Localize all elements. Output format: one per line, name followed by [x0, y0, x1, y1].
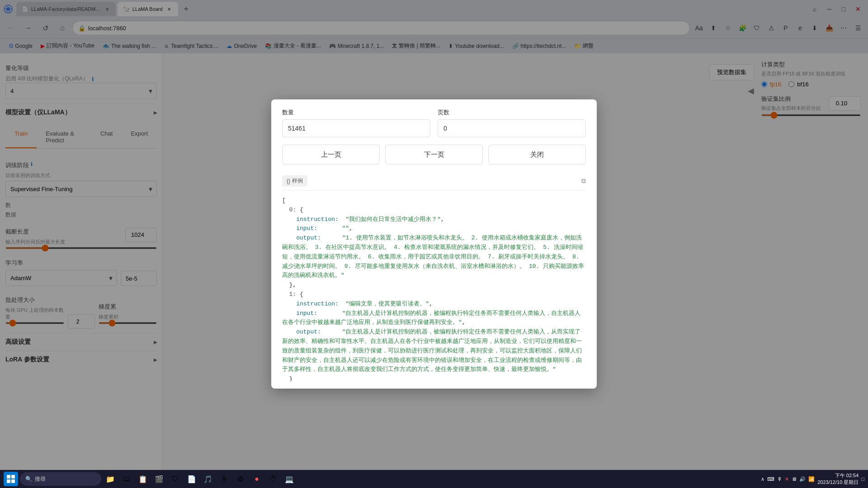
- taskbar-mouse-app[interactable]: 🖱: [217, 472, 231, 486]
- taskbar-search-label: 搜尋: [35, 475, 46, 483]
- taskbar-clock[interactable]: 下午 02:54 2023/12/10 星期日: [817, 472, 859, 486]
- modal-content: {} 样例 ⧉ [ 0: { instruction: "我们如何在日常生活中减…: [271, 172, 597, 389]
- page-input[interactable]: 0: [438, 119, 586, 137]
- taskbar-terminal-app[interactable]: 💻: [282, 472, 297, 486]
- taskbar-system-tray: ∧ ⌨ 🎙 ✕ 🖥 🔊 📶 下午 02:54 2023/12/10 星期日 □: [761, 472, 864, 486]
- quantity-input[interactable]: 51461: [282, 119, 430, 137]
- page-field: 页数 0: [438, 108, 586, 137]
- tray-mic-icon: 🎙: [777, 476, 782, 482]
- tray-volume-icon: 🔊: [799, 476, 806, 482]
- taskbar-time-display: 下午 02:54: [817, 472, 859, 479]
- tray-up-arrow[interactable]: ∧: [761, 476, 764, 482]
- page-label: 页数: [438, 108, 586, 117]
- code-tab-label: 样例: [292, 177, 303, 185]
- taskbar-search[interactable]: 🔍 搜尋: [20, 472, 101, 486]
- modal-overlay: 数量 51461 页数 0 上一页 下一页 关闭 {} 样例 ⧉: [0, 0, 868, 488]
- taskbar-settings-app[interactable]: ⚙: [233, 472, 248, 486]
- close-modal-button[interactable]: 关闭: [488, 145, 586, 164]
- tray-x-icon: ✕: [785, 476, 789, 482]
- quantity-field: 数量 51461: [282, 108, 430, 137]
- taskbar-music-app[interactable]: 🎵: [201, 472, 215, 486]
- preview-modal: 数量 51461 页数 0 上一页 下一页 关闭 {} 样例 ⧉: [271, 99, 597, 389]
- start-button[interactable]: [4, 472, 18, 486]
- tray-monitor-icon: 🖥: [792, 476, 797, 482]
- tray-keyboard-icon: ⌨: [767, 476, 774, 482]
- modal-buttons: 上一页 下一页 关闭: [271, 137, 597, 172]
- svg-rect-5: [7, 479, 10, 483]
- quantity-label: 数量: [282, 108, 430, 117]
- svg-rect-4: [11, 475, 15, 479]
- taskbar-media-app[interactable]: 🎬: [152, 472, 166, 486]
- taskbar-timer-app[interactable]: ⏱: [266, 472, 280, 486]
- code-tab: {} 样例: [282, 175, 307, 187]
- tray-notification-icon[interactable]: □: [861, 476, 864, 482]
- taskbar-notes-app[interactable]: 📄: [184, 472, 199, 486]
- taskbar-red-app[interactable]: ●: [250, 472, 264, 486]
- modal-code-header: {} 样例 ⧉: [282, 172, 586, 191]
- taskbar-security-app[interactable]: 🛡: [168, 472, 183, 486]
- taskbar-search-icon: 🔍: [25, 476, 32, 482]
- prev-page-button[interactable]: 上一页: [282, 145, 380, 164]
- taskbar-word-app[interactable]: 📋: [136, 472, 150, 486]
- svg-rect-6: [11, 479, 15, 483]
- next-page-button[interactable]: 下一页: [385, 145, 483, 164]
- taskbar-date-display: 2023/12/10 星期日: [817, 479, 859, 486]
- taskbar-explorer-app[interactable]: 🗂: [119, 472, 134, 486]
- tray-network-icon: 📶: [808, 476, 815, 482]
- code-bracket-icon: {}: [287, 178, 290, 184]
- code-block: [ 0: { instruction: "我们如何在日常生活中减少用水？", i…: [282, 191, 586, 381]
- modal-header: 数量 51461 页数 0: [271, 99, 597, 137]
- taskbar-files-app[interactable]: 📁: [103, 472, 118, 486]
- svg-rect-3: [7, 475, 10, 479]
- copy-button[interactable]: ⧉: [581, 177, 586, 185]
- taskbar: 🔍 搜尋 📁 🗂 📋 🎬 🛡 📄 🎵 🖱 ⚙ ● ⏱ 💻 ∧ ⌨ 🎙 ✕ 🖥 🔊…: [0, 470, 868, 488]
